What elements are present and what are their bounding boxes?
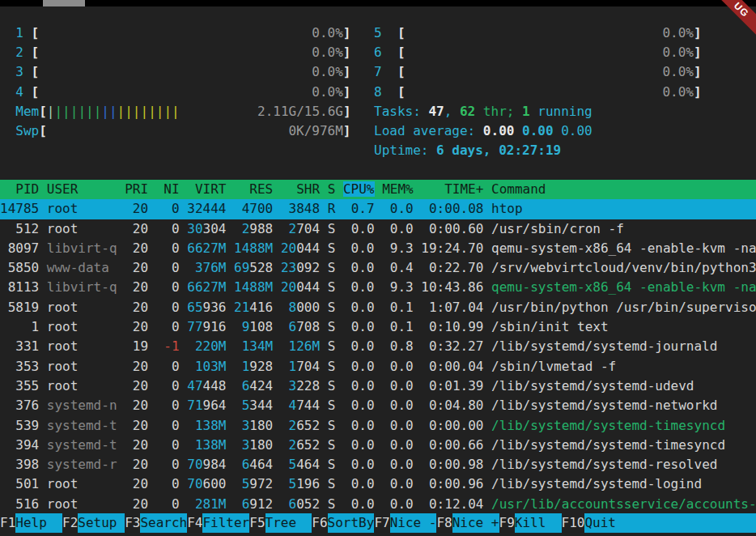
cell-user: libvirt-q	[47, 240, 117, 256]
memory-usage-bar: |	[47, 104, 55, 119]
process-row-8097[interactable]: 8097 libvirt-q 20 0 6627M 1488M 20044 S …	[0, 239, 756, 258]
column-header-mem[interactable]: MEM%	[382, 181, 414, 197]
fkey-number-f3: F3	[125, 513, 140, 533]
memory-meter-label: Mem	[0, 104, 39, 119]
process-row-5819[interactable]: 5819 root 20 0 65936 21416 8000 S 0.0 0.…	[0, 298, 756, 317]
swap-meter-value: 0K/976M	[47, 123, 343, 138]
mem-value-low: 964	[203, 398, 227, 413]
meter-close-bracket: ]	[694, 84, 702, 100]
cell-nice: -1	[156, 338, 180, 354]
fkey-sortby[interactable]: SortBy	[328, 513, 375, 533]
mem-value-low: 444	[203, 201, 227, 216]
cell-user: root	[47, 300, 117, 315]
fkey-filter[interactable]: Filter	[202, 513, 249, 533]
cell-time: 0:22.70	[421, 260, 483, 275]
mem-value-low: 228	[296, 378, 320, 393]
mem-value-low: 848	[296, 201, 320, 216]
fkey-nice-minus[interactable]: Nice -	[390, 513, 437, 533]
process-row-539[interactable]: 539 systemd-t 20 0 138M 3180 2652 S 0.0 …	[0, 416, 756, 436]
column-header-s[interactable]: S	[328, 181, 336, 197]
process-row-353[interactable]: 353 root 20 0 103M 1928 1704 S 0.0 0.0 0…	[0, 357, 756, 376]
process-row-1[interactable]: 1 root 20 0 77916 9108 6708 S 0.0 0.1 0:…	[0, 317, 756, 337]
cell-mem-percent: 0.0	[382, 359, 414, 374]
process-row-398[interactable]: 398 systemd-r 20 0 70984 6464 5464 S 0.0…	[0, 455, 756, 474]
mem-value-low: 044	[296, 240, 320, 256]
cell-pid: 8113	[0, 279, 39, 295]
column-header-command[interactable]: Command	[491, 181, 546, 197]
mem-value-low: 984	[203, 457, 227, 472]
mem-value-low: 600	[203, 476, 227, 491]
column-header-time[interactable]: TIME+	[421, 181, 483, 197]
process-row-14785[interactable]: 14785 root 20 0 32444 4700 3848 R 0.7 0.…	[0, 199, 756, 219]
meter-open-bracket: [	[23, 45, 39, 60]
cell-mem-percent: 0.8	[382, 338, 414, 354]
mem-value-high: 3	[289, 201, 297, 216]
uptime-label: Uptime:	[374, 143, 436, 158]
cell-cpu-percent: 0.0	[343, 437, 375, 453]
meter-close-bracket: ]	[694, 25, 702, 40]
cell-priority: 20	[125, 221, 148, 236]
mem-value-low: 704	[296, 359, 320, 374]
column-header-virt[interactable]: VIRT	[187, 181, 226, 197]
load-1min: 0.00	[483, 123, 515, 138]
column-header-cpu[interactable]: CPU%	[343, 181, 375, 197]
cell-mem-percent: 0.4	[382, 260, 414, 275]
cell-state: S	[328, 476, 336, 491]
column-header-user[interactable]: USER	[47, 181, 117, 197]
cell-user: www-data	[47, 260, 117, 275]
mem-value-low: 528	[249, 260, 273, 275]
mem-value-high: 70	[187, 457, 202, 472]
process-row-355[interactable]: 355 root 20 0 47448 6424 3228 S 0.0 0.0 …	[0, 376, 756, 396]
cell-pid: 5819	[0, 300, 39, 315]
column-header-pid[interactable]: PID	[0, 181, 39, 197]
cell-mem-percent: 0.0	[382, 378, 414, 393]
fkey-tree[interactable]: Tree	[265, 513, 312, 533]
memory-usage-bar: |	[94, 104, 102, 119]
cell-pid: 14785	[0, 201, 39, 216]
cell-state: S	[328, 359, 336, 374]
fkey-setup[interactable]: Setup	[78, 513, 125, 533]
column-header-ni[interactable]: NI	[156, 181, 180, 197]
process-row-512[interactable]: 512 root 20 0 30304 2988 2704 S 0.0 0.0 …	[0, 219, 756, 239]
fkey-quit[interactable]: Quit	[584, 513, 756, 533]
process-row-8113[interactable]: 8113 libvirt-q 20 0 6627M 1488M 20044 S …	[0, 278, 756, 297]
mem-value-high: 9	[242, 319, 250, 334]
mem-value-high: 2	[242, 221, 250, 236]
cell-pid: 516	[0, 496, 39, 512]
mem-value-high: 5	[289, 457, 297, 472]
column-header-pri[interactable]: PRI	[125, 181, 148, 197]
tasks-summary: Tasks: 47, 62 thr; 1 running	[374, 102, 702, 121]
fkey-number-f7: F7	[374, 513, 389, 533]
process-row-501[interactable]: 501 root 20 0 70600 5972 5196 S 0.0 0.0 …	[0, 474, 756, 494]
tasks-label: Tasks:	[374, 104, 428, 119]
mem-value-high: 2	[289, 437, 297, 453]
cell-pid: 331	[0, 338, 39, 354]
column-header-shr[interactable]: SHR	[281, 181, 320, 197]
mem-value-high: 20	[281, 240, 296, 256]
process-row-331[interactable]: 331 root 19 -1 220M 134M 126M S 0.0 0.8 …	[0, 337, 756, 356]
mem-value-low: 700	[249, 201, 273, 216]
process-row-5850[interactable]: 5850 www-data 20 0 376M 69528 23092 S 0.…	[0, 258, 756, 278]
process-row-516[interactable]: 516 root 20 0 281M 6912 6052 S 0.0 0.0 0…	[0, 495, 756, 514]
process-row-376[interactable]: 376 systemd-n 20 0 71964 5344 4744 S 0.0…	[0, 396, 756, 415]
fkey-nice-plus[interactable]: Nice +	[452, 513, 499, 533]
cell-nice: 0	[156, 279, 180, 295]
process-row-394[interactable]: 394 systemd-t 20 0 138M 3180 2652 S 0.0 …	[0, 436, 756, 455]
cell-cpu-percent: 0.0	[343, 398, 375, 413]
cell-command: /sbin/lvmetad -f	[491, 359, 616, 374]
mem-value-high: 6627M	[187, 279, 226, 295]
fkey-search[interactable]: Search	[140, 513, 187, 533]
fkey-kill[interactable]: Kill	[515, 513, 562, 533]
cell-priority: 20	[125, 319, 148, 334]
cell-command: /usr/sbin/cron -f	[491, 221, 624, 236]
mem-value-low: 928	[249, 359, 273, 374]
column-header-res[interactable]: RES	[234, 181, 273, 197]
cell-cpu-percent: 0.0	[343, 457, 375, 472]
cpu-meter-4: 4 [ 0.0%]	[0, 83, 351, 102]
cell-time: 0:00.08	[421, 201, 483, 216]
cell-nice: 0	[156, 201, 180, 216]
cell-user: root	[47, 319, 117, 334]
memory-usage-bar: |	[172, 104, 180, 119]
fkey-help[interactable]: Help	[15, 513, 62, 533]
cell-time: 0:12.04	[421, 496, 483, 512]
